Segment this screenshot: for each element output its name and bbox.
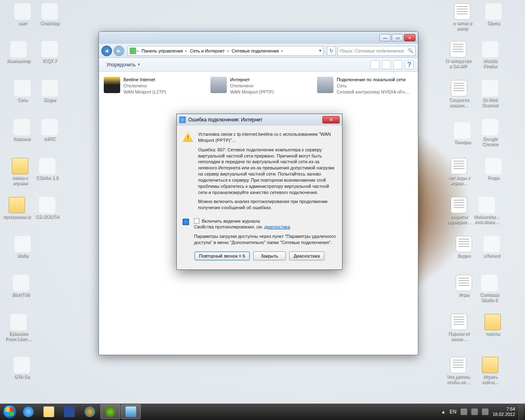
error-dialog: Ошибка подключения: Интернет ✕ Установка… (176, 114, 342, 270)
desktop-icon[interactable]: Opera (479, 3, 508, 26)
icon-label: uTorrent (477, 253, 506, 258)
view-button-3[interactable] (393, 60, 402, 69)
refresh-button[interactable]: ↻ (327, 46, 336, 55)
dialog-close-button[interactable]: ✕ (322, 116, 340, 123)
taskbar-item-wmp[interactable] (80, 404, 100, 419)
breadcrumb-seg[interactable]: Сеть и Интернет (188, 48, 226, 53)
help-button[interactable]: ? (405, 60, 414, 69)
explorer-titlebar[interactable]: — ▭ ✕ (99, 32, 418, 44)
icon-label: Blur(TM) (7, 292, 35, 297)
icon-label: О читерстве в SA-MP (444, 58, 472, 68)
desktop-icon[interactable]: Пароли от акков… (445, 314, 473, 341)
tray-network-icon[interactable] (471, 409, 478, 415)
taskbar-item-explorer[interactable] (39, 404, 59, 419)
forward-button[interactable]: ► (114, 46, 124, 56)
desktop-icon[interactable]: О читерстве в SA-MP (444, 41, 472, 68)
desktop-icon[interactable]: тексты (478, 314, 507, 336)
view-button-2[interactable] (382, 60, 391, 69)
desktop-icon[interactable]: программы р (2, 197, 31, 219)
icon-label: папка с играми (6, 175, 34, 185)
organize-button[interactable]: Упорядочить▼ (103, 60, 144, 69)
dialog-titlebar[interactable]: Ошибка подключения: Интернет ✕ (177, 114, 342, 126)
desktop-icon[interactable]: Что делать чтобы не… (444, 357, 472, 384)
dialog-line2: Ошибка: 807: Сетевое подключение компьют… (198, 147, 336, 196)
tray-icon[interactable] (461, 409, 467, 415)
desktop-icon[interactable]: Camtasia Studio 6 (475, 275, 504, 302)
desktop-icon[interactable]: Скорости машин… (445, 80, 473, 107)
desktop-icon[interactable]: Dr.Web Scanner (476, 80, 504, 107)
icon-label: чит коды к играм… (445, 175, 473, 185)
icon-label: секреты серверов… (445, 214, 473, 224)
breadcrumb-seg[interactable]: Панель управления (140, 48, 185, 53)
network-connection-item[interactable]: ИнтернетОтключеноWAN Miniport (PPTP) (210, 77, 305, 95)
desktop-icon[interactable]: Google Chrome (476, 119, 504, 146)
desktop-icon[interactable]: Skype (35, 80, 64, 103)
diagnostics-link[interactable]: диагностика (264, 224, 290, 229)
network-connection-item[interactable]: Beeline InternetОтключеноWAN Miniport (L… (104, 77, 198, 95)
desktop-icon[interactable]: Mozilla Firefox (476, 41, 504, 68)
warning-icon (183, 131, 193, 142)
icon-image (456, 236, 472, 252)
desktop-icon[interactable]: GTA Sa (7, 357, 36, 379)
minimize-button[interactable]: — (379, 34, 391, 41)
start-button[interactable] (2, 404, 18, 420)
desktop-icon[interactable]: Сеть (8, 80, 37, 103)
taskbar-item-ie[interactable] (18, 404, 38, 419)
desktop-icon[interactable]: Crashday (35, 3, 64, 26)
connection-status: Отключено (123, 83, 166, 89)
desktop-icon[interactable]: Корзина (7, 119, 36, 142)
breadcrumb[interactable]: ▸ Панель управления▸ Сеть и Интернет▸ Се… (128, 46, 324, 56)
icon-label: Google Chrome (476, 136, 504, 146)
icon-image (10, 314, 27, 330)
desktop-icon[interactable]: о читах в samp (448, 3, 477, 31)
language-indicator[interactable]: EN (450, 409, 457, 415)
taskbar: ▲ EN 7:54 18.02.2012 (0, 404, 525, 420)
icon-image (484, 314, 501, 330)
tray-chevron-icon[interactable]: ▲ (441, 409, 445, 414)
desktop-icon[interactable]: Mafia (8, 236, 37, 258)
desktop-icon[interactable]: папка с играми (6, 158, 34, 185)
close-button[interactable]: ✕ (404, 34, 415, 41)
icon-image (12, 158, 28, 174)
desktop-icon[interactable]: Malwareby… Anti-Malw… (472, 197, 501, 224)
tray-volume-icon[interactable] (482, 409, 488, 415)
desktop-icon[interactable]: Fraps (479, 158, 508, 180)
desktop-icon[interactable]: Играть сейча… (476, 357, 504, 384)
network-connection-item[interactable]: Подключение по локальной сетиСетьСетевой… (317, 77, 411, 95)
dialog-line3: Можно включить анализ протоколирования п… (198, 199, 336, 211)
retry-button[interactable]: Повторный звонок = 6 (194, 251, 250, 260)
clock[interactable]: 7:54 18.02.2012 (493, 406, 515, 417)
breadcrumb-seg[interactable]: Сетевые подключения (230, 48, 281, 53)
icon-image (41, 80, 58, 96)
taskbar-item-icq[interactable] (100, 404, 120, 419)
show-desktop-button[interactable] (518, 404, 523, 420)
icon-label: Mozilla Firefox (476, 58, 504, 68)
desktop-icon[interactable]: uTorrent (477, 236, 506, 258)
desktop-icon[interactable]: Episodes From Liber… (4, 314, 33, 341)
taskbar-item-network[interactable] (121, 404, 141, 419)
icon-label: Скорости машин… (445, 97, 473, 107)
maximize-button[interactable]: ▭ (392, 34, 403, 41)
connection-device: WAN Miniport (PPTP) (230, 89, 274, 95)
desktop-icon[interactable]: Компьютер (4, 41, 33, 64)
logging-checkbox[interactable] (194, 218, 199, 224)
desktop-icon[interactable]: Игры (450, 275, 478, 297)
icon-label: Malwareby… Anti-Malw… (472, 214, 501, 224)
desktop-icon[interactable]: ICQ7.7 (35, 41, 64, 64)
desktop-icon[interactable]: Тюнеры (448, 122, 477, 145)
icon-label: Skype (35, 97, 64, 103)
desktop-icon[interactable]: mIRC (35, 119, 64, 142)
taskbar-item-save[interactable] (59, 404, 79, 419)
back-button[interactable]: ◄ (101, 46, 112, 56)
desktop-icon[interactable]: Видео (450, 236, 478, 258)
search-input[interactable]: Поиск: Сетевые подключения 🔍 (338, 46, 415, 56)
desktop-icon[interactable]: Blur(TM) (7, 275, 35, 297)
view-button-1[interactable] (370, 60, 379, 69)
close-button[interactable]: Закрыть (253, 251, 286, 260)
desktop-icon[interactable]: чит коды к играм… (445, 158, 473, 185)
desktop-icon[interactable]: CStrike 1.6 (33, 158, 62, 180)
diagnostics-button[interactable]: Диагностика (289, 251, 324, 260)
desktop-icon[interactable]: user (8, 3, 37, 26)
desktop-icon[interactable]: секреты серверов… (445, 197, 473, 224)
desktop-icon[interactable]: CS-SOUTH (33, 197, 62, 219)
